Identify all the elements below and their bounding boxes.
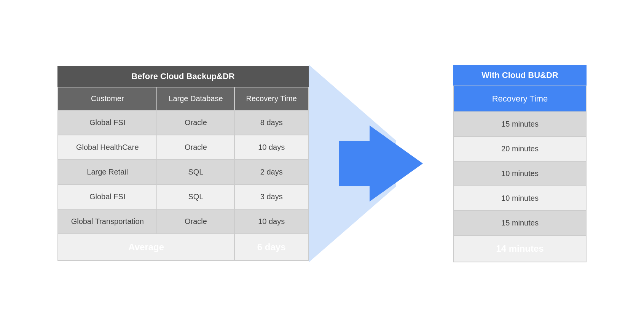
after-table: Recovery Time 15 minutes20 minutes10 min… xyxy=(453,86,587,262)
before-cell-customer: Global HealthCare xyxy=(58,135,157,160)
table-row: 15 minutes xyxy=(454,112,586,137)
col-header-database: Large Database xyxy=(157,87,234,110)
table-row: Global FSISQL3 days xyxy=(58,184,308,209)
before-cell-database: SQL xyxy=(157,184,234,209)
after-header: Recovery Time xyxy=(454,86,586,112)
before-cell-database: SQL xyxy=(157,160,234,184)
after-cell-recovery: 10 minutes xyxy=(454,186,586,211)
after-title: With Cloud BU&DR xyxy=(453,65,587,86)
before-avg-row: Average6 days xyxy=(58,234,308,260)
table-row: 20 minutes xyxy=(454,137,586,161)
before-title: Before Cloud Backup&DR xyxy=(57,66,309,87)
before-avg-label: Average xyxy=(58,234,234,260)
col-header-customer: Customer xyxy=(58,87,157,110)
after-cell-recovery: 15 minutes xyxy=(454,211,586,235)
table-row: Large RetailSQL2 days xyxy=(58,160,308,184)
after-avg-row: 14 minutes xyxy=(454,235,586,262)
before-cell-recovery: 10 days xyxy=(234,209,308,234)
before-cell-recovery: 2 days xyxy=(234,160,308,184)
before-cell-recovery: 3 days xyxy=(234,184,308,209)
after-cell-recovery: 20 minutes xyxy=(454,137,586,161)
col-header-recovery: Recovery Time xyxy=(234,87,308,110)
table-row: 10 minutes xyxy=(454,161,586,186)
before-cell-database: Oracle xyxy=(157,110,234,135)
table-row: 15 minutes xyxy=(454,211,586,235)
before-cell-customer: Global FSI xyxy=(58,110,157,135)
before-cell-recovery: 8 days xyxy=(234,110,308,135)
before-cell-database: Oracle xyxy=(157,209,234,234)
before-cell-customer: Global Transportation xyxy=(58,209,157,234)
after-cell-recovery: 15 minutes xyxy=(454,112,586,137)
before-cell-database: Oracle xyxy=(157,135,234,160)
table-row: 10 minutes xyxy=(454,186,586,211)
table-row: Global FSIOracle8 days xyxy=(58,110,308,135)
table-row: Global HealthCareOracle10 days xyxy=(58,135,308,160)
before-avg-value: 6 days xyxy=(234,234,308,260)
before-cell-recovery: 10 days xyxy=(234,135,308,160)
right-section: With Cloud BU&DR Recovery Time 15 minute… xyxy=(453,65,587,262)
arrow-section xyxy=(309,30,453,297)
left-section: Before Cloud Backup&DR Customer Large Da… xyxy=(57,66,309,261)
before-table: Customer Large Database Recovery Time Gl… xyxy=(57,87,309,261)
main-container: Before Cloud Backup&DR Customer Large Da… xyxy=(0,0,644,327)
after-avg-value: 14 minutes xyxy=(454,235,586,262)
after-cell-recovery: 10 minutes xyxy=(454,161,586,186)
before-cell-customer: Global FSI xyxy=(58,184,157,209)
funnel-arrow xyxy=(309,34,453,293)
table-row: Global TransportationOracle10 days xyxy=(58,209,308,234)
before-cell-customer: Large Retail xyxy=(58,160,157,184)
